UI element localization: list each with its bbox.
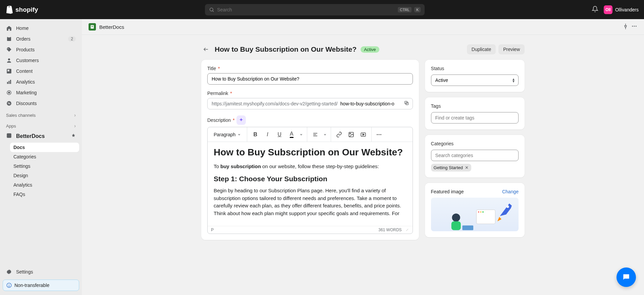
svg-rect-2 <box>7 37 11 41</box>
svg-rect-10 <box>10 80 11 84</box>
nav-sub-faqs[interactable]: FAQs <box>10 190 79 199</box>
video-icon <box>360 132 366 138</box>
svg-point-37 <box>379 134 380 135</box>
body-step-heading: Step 1: Choose Your Subscription <box>214 175 407 183</box>
svg-rect-8 <box>7 82 8 84</box>
gear-icon <box>6 269 12 275</box>
main-card: Title* Permalink* https://jamitest.mysho… <box>201 60 419 240</box>
image-button[interactable] <box>346 129 357 140</box>
nav-discounts[interactable]: %Discounts <box>3 98 79 108</box>
editor-path: P <box>211 228 214 232</box>
notifications-button[interactable] <box>592 6 598 14</box>
app-name: BetterDocs <box>99 24 124 30</box>
body-paragraph-2: Begin by heading to our Subscription Pla… <box>214 187 407 217</box>
align-button[interactable] <box>310 129 321 140</box>
svg-point-4 <box>8 48 8 49</box>
status-select[interactable]: Active <box>431 75 519 86</box>
preview-button[interactable]: Preview <box>498 44 525 54</box>
svg-point-36 <box>377 134 378 135</box>
ai-button[interactable] <box>236 115 246 125</box>
chevron-down-icon <box>237 133 241 136</box>
title-input[interactable] <box>207 73 413 85</box>
pin-icon[interactable] <box>71 133 76 139</box>
italic-button[interactable]: I <box>262 129 273 140</box>
svg-point-5 <box>8 58 10 60</box>
back-button[interactable] <box>201 45 211 54</box>
topbar-right: Oll Ollivanders <box>592 5 639 14</box>
svg-point-42 <box>482 211 484 213</box>
color-dropdown[interactable] <box>298 129 304 140</box>
featured-image[interactable] <box>431 198 519 231</box>
non-transferable-badge[interactable]: Non-transferable <box>3 280 79 291</box>
categories-input[interactable] <box>431 150 519 161</box>
nav-home[interactable]: Home <box>3 23 79 33</box>
align-dropdown[interactable] <box>322 129 328 140</box>
editor-toolbar: Paragraph B I U A <box>208 127 413 142</box>
copy-icon <box>404 100 409 106</box>
person-icon <box>6 57 12 63</box>
svg-rect-7 <box>8 70 9 71</box>
chat-fab[interactable] <box>616 267 636 287</box>
featured-label: Featured image <box>431 189 464 194</box>
svg-point-33 <box>350 133 351 134</box>
title-label: Title* <box>207 66 413 71</box>
search-input[interactable] <box>217 7 395 12</box>
more-toolbar-button[interactable] <box>374 129 384 140</box>
link-button[interactable] <box>334 129 344 140</box>
nav-settings[interactable]: Settings <box>3 267 79 277</box>
nav-sub-settings[interactable]: Settings <box>10 161 79 171</box>
shopify-logo[interactable]: shopify <box>5 5 38 14</box>
user-name: Ollivanders <box>615 7 639 12</box>
search-bar[interactable]: CTRL K <box>205 4 425 15</box>
nav-sub-analytics[interactable]: Analytics <box>10 180 79 190</box>
featured-image-card: Featured image Change <box>425 183 525 237</box>
chat-icon <box>622 273 631 282</box>
nav-customers[interactable]: Customers <box>3 55 79 65</box>
nav-sub-design[interactable]: Design <box>10 171 79 180</box>
svg-rect-39 <box>476 210 495 224</box>
nav-products[interactable]: Products <box>3 45 79 55</box>
permalink-input[interactable] <box>339 98 400 109</box>
resize-handle-icon[interactable]: ⟋ <box>405 228 409 232</box>
svg-point-25 <box>636 26 637 27</box>
more-icon[interactable] <box>631 23 637 31</box>
app-header: BetterDocs <box>82 19 644 35</box>
tags-label: Tags <box>431 103 519 109</box>
nav-orders[interactable]: Orders2 <box>3 34 79 44</box>
color-button[interactable]: A <box>286 129 297 140</box>
editor-body[interactable]: How to Buy Subscription on Our Website? … <box>208 142 413 226</box>
duplicate-button[interactable]: Duplicate <box>467 44 496 54</box>
nav-sub-docs[interactable]: Docs <box>10 143 79 152</box>
permalink-field: https://jamitest.myshopify.com/a/docs-de… <box>207 98 413 109</box>
kbd-ctrl: CTRL <box>398 7 412 12</box>
change-link[interactable]: Change <box>502 189 519 194</box>
tags-input[interactable] <box>431 112 519 124</box>
copy-button[interactable] <box>400 100 413 107</box>
status-card: Status Active ▲▼ <box>425 60 525 92</box>
remove-chip-button[interactable]: ✕ <box>465 165 469 170</box>
nav-content[interactable]: Content <box>3 66 79 76</box>
svg-rect-45 <box>451 222 461 230</box>
nav-app-betterdocs[interactable]: BetterDocs <box>3 131 79 142</box>
video-button[interactable] <box>358 129 369 140</box>
svg-point-43 <box>506 205 509 208</box>
nav-analytics[interactable]: Analytics <box>3 77 79 87</box>
pin-header-icon[interactable] <box>623 23 629 31</box>
search-icon <box>209 7 214 12</box>
svg-point-23 <box>632 26 633 27</box>
nav-section-apps[interactable]: Apps› <box>3 120 79 130</box>
sparkle-icon <box>238 117 244 123</box>
nav-sub-categories[interactable]: Categories <box>10 152 79 161</box>
svg-point-41 <box>480 211 481 213</box>
categories-label: Categories <box>431 141 519 146</box>
bold-button[interactable]: B <box>250 129 261 140</box>
select-arrows-icon: ▲▼ <box>512 78 515 83</box>
nav-section-sales-channels[interactable]: Sales channels› <box>3 109 79 119</box>
chevron-right-icon: › <box>74 123 76 129</box>
arrow-left-icon <box>203 46 209 52</box>
format-select[interactable]: Paragraph <box>210 132 244 137</box>
nav-marketing[interactable]: Marketing <box>3 88 79 98</box>
underline-button[interactable]: U <box>274 129 285 140</box>
rich-text-editor: Paragraph B I U A <box>207 127 413 234</box>
user-menu[interactable]: Oll Ollivanders <box>604 5 639 14</box>
